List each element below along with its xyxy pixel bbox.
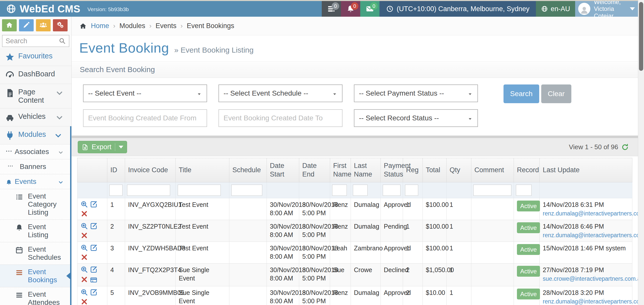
sidebar-item-event-attendees[interactable]: Event Attendees <box>0 287 70 305</box>
filter-cell-id <box>107 182 125 198</box>
search-icon[interactable] <box>59 37 66 45</box>
filter-reg-input[interactable] <box>405 185 418 196</box>
sidebar-item-event-bookings[interactable]: Event Bookings <box>0 265 70 287</box>
scrollbar-thumb[interactable] <box>639 2 643 71</box>
window-chrome-strip <box>0 0 644 1</box>
sidebar-item-modules[interactable]: Modules <box>0 126 70 144</box>
sidebar-item-events[interactable]: Events <box>0 174 70 189</box>
page-scrollbar[interactable] <box>638 0 644 305</box>
clock-icon <box>386 5 394 13</box>
sidebar-item-dashboard[interactable]: DashBoard <box>0 66 71 84</box>
sidebar-item-page-content[interactable]: Page Content <box>0 84 71 108</box>
locale-button[interactable]: en-AU <box>536 1 575 17</box>
action-delete-button[interactable] <box>80 276 88 283</box>
last-update-user-link[interactable]: renz.dumalag@interactivepartners.com.au <box>543 232 638 239</box>
column-header-first[interactable]: First Name <box>330 158 351 182</box>
cell-comment <box>471 286 514 305</box>
quick-settings-button[interactable] <box>53 19 68 31</box>
created-date-from-input[interactable] <box>83 109 207 127</box>
cell-actions <box>77 220 107 242</box>
action-view-button[interactable] <box>80 266 88 273</box>
event-schedule-select[interactable]: -- Select Event Schedule -- <box>218 84 343 102</box>
row-actions <box>80 201 104 217</box>
breadcrumb-item[interactable]: Events <box>155 22 176 30</box>
filter-title-input[interactable] <box>178 185 221 196</box>
sidebar-item-associates[interactable]: Associates <box>0 144 70 159</box>
filter-id-input[interactable] <box>109 185 123 196</box>
filter-record-input[interactable] <box>516 185 532 196</box>
search-button[interactable]: Search <box>504 84 539 103</box>
column-header-id[interactable]: ID <box>107 158 125 182</box>
last-update-user-link[interactable]: sue.crowe@interactivepartners.com.au <box>543 275 638 283</box>
column-header-payment[interactable]: Payment Status <box>381 158 403 182</box>
column-header-title[interactable]: Title <box>176 158 229 182</box>
timezone-button[interactable]: (UTC+10:00) Canberra, Melbourne, Sydney <box>379 1 536 17</box>
event-select[interactable]: -- Select Event -- <box>83 84 207 102</box>
cell-last_update: 28/Nov/2018 3:20 PMrenz.dumalag@interact… <box>540 286 632 305</box>
quick-home-button[interactable] <box>2 19 17 31</box>
sidebar-item-vehicles[interactable]: Vehicles <box>0 108 71 126</box>
action-edit-button[interactable] <box>90 289 97 296</box>
filter-last-input[interactable] <box>353 185 368 196</box>
created-date-to-input[interactable] <box>218 109 343 127</box>
filter-schedule-input[interactable] <box>231 185 262 196</box>
breadcrumb-item[interactable]: Home <box>91 22 109 30</box>
payment-status-select[interactable]: -- Select Payment Status -- <box>354 84 478 102</box>
cell-schedule <box>229 198 267 220</box>
action-view-button[interactable] <box>80 289 88 296</box>
sidebar-item-event-listing[interactable]: Event Listing <box>0 220 70 242</box>
column-header-qty[interactable]: Qty <box>447 158 471 182</box>
action-view-button[interactable] <box>80 244 88 252</box>
action-edit-button[interactable] <box>90 201 97 208</box>
filter-invoice-input[interactable] <box>127 185 170 196</box>
cell-invoice: INV_FTQ2X2P3T4 <box>125 264 176 286</box>
user-menu-button[interactable]: Welcome, Victoria Cotejar <box>575 1 638 17</box>
last-update-user-link[interactable]: renz.dumalag@interactivepartners.com.au <box>543 210 638 217</box>
sidebar-item-event-category-listing[interactable]: Event Category Listing <box>0 189 70 220</box>
column-header-last[interactable]: Last Name <box>351 158 381 182</box>
quick-edit-button[interactable] <box>19 19 34 31</box>
column-header-comment[interactable]: Comment <box>471 158 514 182</box>
column-header-last_update[interactable]: Last Update <box>540 158 632 182</box>
action-delete-button[interactable] <box>80 210 88 217</box>
cell-invoice: INV_SZ2PT0NLE2 <box>125 220 176 242</box>
search-row-2: -- Select Record Status -- <box>83 109 627 127</box>
tasks-menu-button[interactable]: 0 <box>322 1 341 17</box>
record-status-select[interactable]: -- Select Record Status -- <box>354 109 478 127</box>
last-update-user-link[interactable]: renz.dumalag@interactivepartners.com.au <box>543 298 638 305</box>
action-edit-button[interactable] <box>90 266 97 273</box>
action-view-button[interactable] <box>80 222 88 230</box>
quick-users-button[interactable] <box>36 19 51 31</box>
action-delete-button[interactable] <box>80 253 88 261</box>
clear-button[interactable]: Clear <box>541 84 571 103</box>
action-edit-button[interactable] <box>90 222 97 230</box>
column-header-record[interactable]: Record <box>514 158 540 182</box>
caret-down-icon <box>196 91 202 96</box>
sidebar-item-label: Page Content <box>18 88 55 104</box>
column-header-invoice[interactable]: Invoice Code <box>125 158 176 182</box>
action-delete-button[interactable] <box>80 298 88 305</box>
action-view-button[interactable] <box>80 201 88 208</box>
filter-payment-input[interactable] <box>383 185 400 196</box>
export-button[interactable]: Export <box>78 141 127 153</box>
column-header-schedule[interactable]: Schedule <box>229 158 267 182</box>
sidebar-search-input[interactable] <box>3 37 59 45</box>
action-payment-card-button[interactable] <box>90 276 97 284</box>
filter-first-input[interactable] <box>332 185 347 196</box>
cell-date_start: 30/Nov/2018 8:00 AM <box>267 242 299 264</box>
column-header-date_start[interactable]: Date Start <box>267 158 299 182</box>
filter-cell-invoice <box>125 182 176 198</box>
breadcrumb-item[interactable]: Modules <box>119 22 145 30</box>
messages-menu-button[interactable]: 0 <box>360 1 379 17</box>
sidebar-item-event-schedules[interactable]: Event Schedules <box>0 242 70 265</box>
column-header-date_end[interactable]: Date End <box>299 158 330 182</box>
brand[interactable]: WebEd CMS Version: 5b93b3b <box>0 1 134 17</box>
notifications-menu-button[interactable]: 0 <box>341 1 360 17</box>
column-header-total[interactable]: Total <box>423 158 447 182</box>
refresh-icon[interactable] <box>621 143 629 151</box>
filter-comment-input[interactable] <box>473 185 511 196</box>
action-edit-button[interactable] <box>90 244 97 252</box>
sidebar-item-banners[interactable]: Banners <box>0 159 70 174</box>
action-delete-button[interactable] <box>80 232 88 239</box>
sidebar-item-favourites[interactable]: Favourites <box>0 48 71 66</box>
